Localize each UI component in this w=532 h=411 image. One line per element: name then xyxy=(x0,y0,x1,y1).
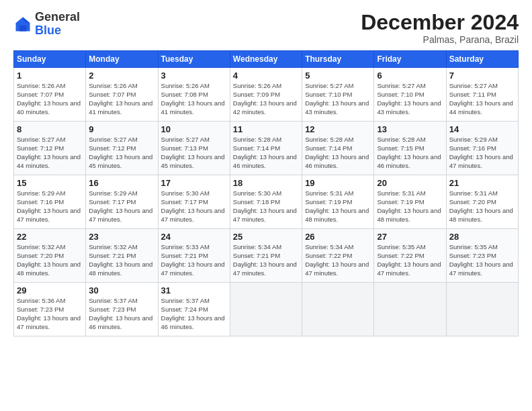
day-number: 27 xyxy=(377,232,443,242)
day-info: Sunrise: 5:28 AM Sunset: 7:14 PM Dayligh… xyxy=(233,136,299,170)
month-title: December 2024 xyxy=(361,11,519,34)
day-info: Sunrise: 5:30 AM Sunset: 7:17 PM Dayligh… xyxy=(161,189,227,224)
header-saturday: Saturday xyxy=(446,51,518,68)
table-row: 27 Sunrise: 5:35 AM Sunset: 7:22 PM Dayl… xyxy=(374,229,446,283)
day-number: 16 xyxy=(89,178,154,188)
day-info: Sunrise: 5:34 AM Sunset: 7:21 PM Dayligh… xyxy=(233,243,299,277)
day-number: 30 xyxy=(89,285,154,295)
table-row: 20 Sunrise: 5:31 AM Sunset: 7:19 PM Dayl… xyxy=(374,175,446,229)
calendar-table: Sunday Monday Tuesday Wednesday Thursday… xyxy=(13,50,519,336)
table-row: 22 Sunrise: 5:32 AM Sunset: 7:20 PM Dayl… xyxy=(14,229,86,283)
day-info: Sunrise: 5:32 AM Sunset: 7:21 PM Dayligh… xyxy=(89,243,154,277)
day-number: 7 xyxy=(449,71,515,81)
day-number: 10 xyxy=(161,124,227,134)
day-number: 18 xyxy=(233,178,299,188)
logo-general: General xyxy=(35,11,80,24)
day-number: 26 xyxy=(305,232,371,242)
table-row: 4 Sunrise: 5:26 AM Sunset: 7:09 PM Dayli… xyxy=(230,68,302,122)
calendar-week-row: 1 Sunrise: 5:26 AM Sunset: 7:07 PM Dayli… xyxy=(14,68,519,122)
day-info: Sunrise: 5:31 AM Sunset: 7:19 PM Dayligh… xyxy=(305,189,371,224)
logo-icon xyxy=(13,15,32,34)
day-number: 4 xyxy=(233,71,299,81)
weekday-header-row: Sunday Monday Tuesday Wednesday Thursday… xyxy=(14,51,519,68)
day-info: Sunrise: 5:27 AM Sunset: 7:11 PM Dayligh… xyxy=(449,82,515,116)
day-number: 14 xyxy=(449,124,515,134)
table-row xyxy=(446,283,518,336)
day-info: Sunrise: 5:29 AM Sunset: 7:16 PM Dayligh… xyxy=(449,136,515,170)
day-info: Sunrise: 5:28 AM Sunset: 7:14 PM Dayligh… xyxy=(305,136,371,170)
calendar-week-row: 29 Sunrise: 5:36 AM Sunset: 7:23 PM Dayl… xyxy=(14,283,519,336)
day-number: 8 xyxy=(17,124,83,134)
table-row: 2 Sunrise: 5:26 AM Sunset: 7:07 PM Dayli… xyxy=(86,68,158,122)
calendar-week-row: 15 Sunrise: 5:29 AM Sunset: 7:16 PM Dayl… xyxy=(14,175,519,229)
day-number: 11 xyxy=(233,124,299,134)
day-info: Sunrise: 5:26 AM Sunset: 7:07 PM Dayligh… xyxy=(89,82,154,116)
table-row: 12 Sunrise: 5:28 AM Sunset: 7:14 PM Dayl… xyxy=(302,122,374,175)
day-info: Sunrise: 5:26 AM Sunset: 7:08 PM Dayligh… xyxy=(161,82,227,116)
table-row xyxy=(302,283,374,336)
header: General Blue December 2024 Palmas, Paran… xyxy=(13,11,519,45)
calendar-week-row: 22 Sunrise: 5:32 AM Sunset: 7:20 PM Dayl… xyxy=(14,229,519,283)
table-row: 21 Sunrise: 5:31 AM Sunset: 7:20 PM Dayl… xyxy=(446,175,518,229)
day-number: 24 xyxy=(161,232,227,242)
table-row: 15 Sunrise: 5:29 AM Sunset: 7:16 PM Dayl… xyxy=(14,175,86,229)
day-number: 31 xyxy=(161,285,227,295)
table-row: 19 Sunrise: 5:31 AM Sunset: 7:19 PM Dayl… xyxy=(302,175,374,229)
day-info: Sunrise: 5:32 AM Sunset: 7:20 PM Dayligh… xyxy=(17,243,83,277)
svg-rect-2 xyxy=(19,26,27,32)
table-row: 26 Sunrise: 5:34 AM Sunset: 7:22 PM Dayl… xyxy=(302,229,374,283)
table-row: 16 Sunrise: 5:29 AM Sunset: 7:17 PM Dayl… xyxy=(86,175,158,229)
table-row xyxy=(230,283,302,336)
table-row: 31 Sunrise: 5:37 AM Sunset: 7:24 PM Dayl… xyxy=(158,283,230,336)
day-info: Sunrise: 5:30 AM Sunset: 7:18 PM Dayligh… xyxy=(233,189,299,224)
table-row: 10 Sunrise: 5:27 AM Sunset: 7:13 PM Dayl… xyxy=(158,122,230,175)
day-info: Sunrise: 5:37 AM Sunset: 7:24 PM Dayligh… xyxy=(161,297,227,331)
day-number: 1 xyxy=(17,71,83,81)
table-row: 13 Sunrise: 5:28 AM Sunset: 7:15 PM Dayl… xyxy=(374,122,446,175)
day-number: 12 xyxy=(305,124,371,134)
day-number: 3 xyxy=(161,71,227,81)
table-row: 11 Sunrise: 5:28 AM Sunset: 7:14 PM Dayl… xyxy=(230,122,302,175)
calendar-week-row: 8 Sunrise: 5:27 AM Sunset: 7:12 PM Dayli… xyxy=(14,122,519,175)
table-row: 18 Sunrise: 5:30 AM Sunset: 7:18 PM Dayl… xyxy=(230,175,302,229)
day-info: Sunrise: 5:27 AM Sunset: 7:10 PM Dayligh… xyxy=(305,82,371,116)
day-number: 13 xyxy=(377,124,443,134)
table-row: 24 Sunrise: 5:33 AM Sunset: 7:21 PM Dayl… xyxy=(158,229,230,283)
table-row: 8 Sunrise: 5:27 AM Sunset: 7:12 PM Dayli… xyxy=(14,122,86,175)
day-number: 29 xyxy=(17,285,83,295)
day-info: Sunrise: 5:31 AM Sunset: 7:19 PM Dayligh… xyxy=(377,189,443,224)
table-row: 6 Sunrise: 5:27 AM Sunset: 7:10 PM Dayli… xyxy=(374,68,446,122)
day-number: 21 xyxy=(449,178,515,188)
day-info: Sunrise: 5:35 AM Sunset: 7:23 PM Dayligh… xyxy=(449,243,515,277)
day-info: Sunrise: 5:36 AM Sunset: 7:23 PM Dayligh… xyxy=(17,297,83,331)
header-thursday: Thursday xyxy=(302,51,374,68)
table-row: 29 Sunrise: 5:36 AM Sunset: 7:23 PM Dayl… xyxy=(14,283,86,336)
page: General Blue December 2024 Palmas, Paran… xyxy=(0,0,532,411)
table-row: 7 Sunrise: 5:27 AM Sunset: 7:11 PM Dayli… xyxy=(446,68,518,122)
table-row: 14 Sunrise: 5:29 AM Sunset: 7:16 PM Dayl… xyxy=(446,122,518,175)
location-subtitle: Palmas, Parana, Brazil xyxy=(361,34,519,45)
day-number: 20 xyxy=(377,178,443,188)
day-info: Sunrise: 5:27 AM Sunset: 7:13 PM Dayligh… xyxy=(161,136,227,170)
table-row: 30 Sunrise: 5:37 AM Sunset: 7:23 PM Dayl… xyxy=(86,283,158,336)
header-wednesday: Wednesday xyxy=(230,51,302,68)
table-row: 3 Sunrise: 5:26 AM Sunset: 7:08 PM Dayli… xyxy=(158,68,230,122)
table-row: 1 Sunrise: 5:26 AM Sunset: 7:07 PM Dayli… xyxy=(14,68,86,122)
header-monday: Monday xyxy=(86,51,158,68)
day-number: 15 xyxy=(17,178,83,188)
day-info: Sunrise: 5:34 AM Sunset: 7:22 PM Dayligh… xyxy=(305,243,371,277)
table-row: 5 Sunrise: 5:27 AM Sunset: 7:10 PM Dayli… xyxy=(302,68,374,122)
logo: General Blue xyxy=(13,11,80,38)
day-info: Sunrise: 5:35 AM Sunset: 7:22 PM Dayligh… xyxy=(377,243,443,277)
day-info: Sunrise: 5:29 AM Sunset: 7:16 PM Dayligh… xyxy=(17,189,83,224)
day-number: 19 xyxy=(305,178,371,188)
day-number: 23 xyxy=(89,232,154,242)
day-info: Sunrise: 5:27 AM Sunset: 7:12 PM Dayligh… xyxy=(89,136,154,170)
table-row: 23 Sunrise: 5:32 AM Sunset: 7:21 PM Dayl… xyxy=(86,229,158,283)
table-row: 9 Sunrise: 5:27 AM Sunset: 7:12 PM Dayli… xyxy=(86,122,158,175)
header-friday: Friday xyxy=(374,51,446,68)
day-info: Sunrise: 5:27 AM Sunset: 7:10 PM Dayligh… xyxy=(377,82,443,116)
day-info: Sunrise: 5:37 AM Sunset: 7:23 PM Dayligh… xyxy=(89,297,154,331)
day-number: 9 xyxy=(89,124,154,134)
day-number: 22 xyxy=(17,232,83,242)
